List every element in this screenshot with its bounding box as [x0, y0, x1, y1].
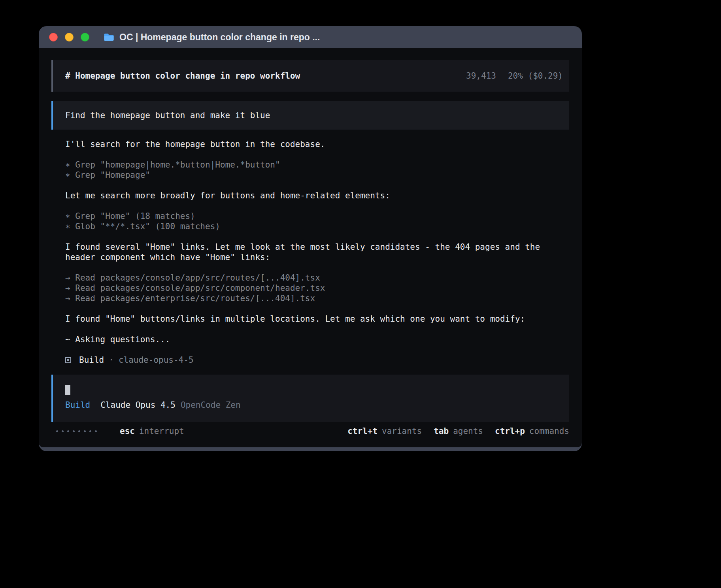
tool-call-line: ∗ Grep "Home" (18 matches) — [65, 211, 569, 221]
tool-call-line: ∗ Glob "**/*.tsx" (100 matches) — [65, 221, 569, 232]
tool-call-line: → Read packages/console/app/src/componen… — [65, 283, 569, 293]
blank-line — [65, 262, 569, 273]
blank-line — [65, 149, 569, 160]
blank-line — [65, 303, 569, 314]
agent-separator: · — [109, 355, 114, 365]
provider-label: OpenCode Zen — [181, 400, 241, 410]
prompt-input[interactable]: Build Claude Opus 4.5 OpenCode Zen — [51, 375, 569, 422]
user-message: Find the homepage button and make it blu… — [51, 101, 569, 130]
assistant-text-line: I'll search for the homepage button in t… — [65, 139, 569, 149]
shortcut-label: agents — [453, 426, 483, 436]
window-title: OC | Homepage button color change in rep… — [119, 32, 320, 43]
spinner-dots — [56, 430, 97, 432]
zoom-button[interactable] — [81, 33, 89, 41]
status-left: esc interrupt — [56, 426, 184, 436]
shortcut-key: ctrl+p — [495, 426, 525, 436]
agent-build-icon — [65, 357, 71, 363]
model-label: Claude Opus 4.5 — [100, 400, 176, 410]
blank-line — [65, 324, 569, 334]
tool-call-line: ∗ Grep "homepage|home.*button|Home.*butt… — [65, 160, 569, 170]
tool-call-line: → Read packages/enterprise/src/routes/[.… — [65, 293, 569, 303]
blank-line — [65, 232, 569, 242]
close-button[interactable] — [49, 33, 58, 41]
shortcut-label: commands — [529, 426, 569, 436]
tool-call-line: ∗ Grep "Homepage" — [65, 170, 569, 180]
assistant-status-line: ~ Asking questions... — [65, 334, 569, 345]
assistant-text-line: I found several "Home" links. Let me loo… — [65, 242, 569, 262]
assistant-transcript: I'll search for the homepage button in t… — [51, 139, 569, 355]
shortcut-esc: esc interrupt — [120, 426, 184, 436]
mode-label: Build — [65, 400, 90, 410]
terminal-window: OC | Homepage button color change in rep… — [39, 26, 582, 451]
text-cursor — [65, 385, 70, 395]
assistant-text-line: I found "Home" buttons/links in multiple… — [65, 314, 569, 324]
shortcut-key: tab — [434, 426, 449, 436]
blank-line — [65, 201, 569, 211]
assistant-text-line: Let me search more broadly for buttons a… — [65, 190, 569, 201]
agent-name: Build — [79, 355, 104, 365]
terminal-content[interactable]: # Homepage button color change in repo w… — [39, 48, 582, 447]
blank-line — [65, 180, 569, 190]
minimize-button[interactable] — [65, 33, 74, 41]
session-stats: 39,413 20% ($0.29) — [466, 71, 563, 81]
shortcut-label: interrupt — [139, 426, 184, 436]
shortcut-key: ctrl+t — [347, 426, 377, 436]
blank-line — [65, 345, 569, 355]
input-footer: Build Claude Opus 4.5 OpenCode Zen — [65, 400, 569, 410]
shortcut-variants: ctrl+t variants — [347, 426, 422, 436]
session-title: # Homepage button color change in repo w… — [65, 71, 300, 81]
agent-model: claude-opus-4-5 — [119, 355, 194, 365]
user-message-text: Find the homepage button and make it blu… — [65, 111, 270, 120]
agent-status-row: Build · claude-opus-4-5 — [65, 355, 569, 365]
shortcut-agents: tab agents — [434, 426, 483, 436]
session-header: # Homepage button color change in repo w… — [51, 60, 569, 92]
status-bar: esc interrupt ctrl+t variants tab agents… — [51, 426, 569, 436]
tool-call-line: → Read packages/console/app/src/routes/[… — [65, 273, 569, 283]
context-usage-cost: 20% ($0.29) — [508, 71, 563, 81]
shortcut-commands: ctrl+p commands — [495, 426, 569, 436]
shortcut-key: esc — [120, 426, 135, 436]
shortcut-label: variants — [382, 426, 422, 436]
desktop: OC | Homepage button color change in rep… — [0, 0, 721, 588]
status-right: ctrl+t variants tab agents ctrl+p comman… — [347, 426, 569, 436]
folder-icon — [104, 33, 114, 41]
traffic-lights — [49, 33, 89, 41]
window-titlebar: OC | Homepage button color change in rep… — [39, 26, 582, 48]
token-count: 39,413 — [466, 71, 496, 81]
